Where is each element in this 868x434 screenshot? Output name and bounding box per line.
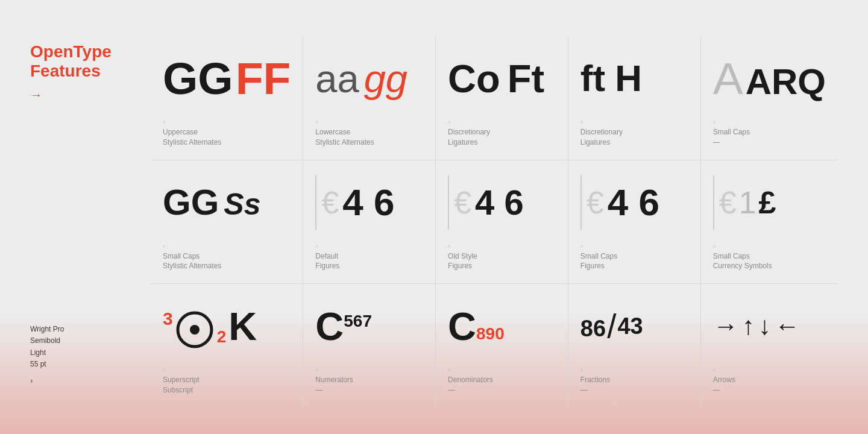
label-denominators: Denominators— bbox=[448, 375, 556, 395]
arrow-left-sym: ← bbox=[775, 313, 800, 339]
sc-fig-display: € 4 6 bbox=[580, 175, 659, 230]
cell-sc-currency: € 1 £ ^ Small CapsCurrency Symbols bbox=[700, 160, 838, 284]
c-denom-text: C bbox=[448, 307, 476, 346]
co-text: Co bbox=[448, 59, 500, 98]
cell-display-gg-ss: GG Ss bbox=[163, 166, 291, 239]
cell-label-1-3: ^ DiscretionaryLigatures bbox=[448, 119, 556, 148]
cell-label-3-5: ^ Arrows— bbox=[713, 367, 826, 395]
main-grid: GG FF ^ UppercaseStylistic Alternates aa… bbox=[151, 36, 838, 398]
cell-label-3-2: ^ Numerators— bbox=[315, 367, 423, 395]
page-title: OpenTypeFeatures bbox=[30, 42, 151, 81]
cell-display-frac: 86 / 43 bbox=[580, 290, 688, 362]
ft2-text: ft bbox=[580, 60, 605, 97]
cell-label-2-5: ^ Small CapsCurrency Symbols bbox=[713, 244, 826, 272]
caret-icon: ^ bbox=[163, 244, 291, 250]
gg2-text: gg bbox=[364, 59, 407, 98]
cell-label-2-3: ^ Old StyleFigures bbox=[448, 244, 556, 272]
gg-ff-display: GG FF bbox=[163, 56, 291, 101]
sidebar: OpenTypeFeatures → Wright Pro Semibold L… bbox=[30, 36, 151, 398]
caret-icon: ^ bbox=[163, 119, 291, 126]
arrows-display: → ↑ ↓ ← bbox=[713, 313, 800, 339]
cell-label-1-4: ^ DiscretionaryLigatures bbox=[580, 119, 688, 148]
gg-text: GG bbox=[163, 56, 233, 101]
cell-display-denom: C 890 bbox=[448, 290, 556, 362]
cell-disc-lig-1: Co Ft ^ DiscretionaryLigatures bbox=[435, 36, 568, 160]
gg-ss-display: GG Ss bbox=[163, 184, 261, 221]
sub-2-text: 2 bbox=[217, 327, 227, 347]
arq-text: ARQ bbox=[746, 64, 826, 100]
sup-display: 3 2 K bbox=[163, 304, 257, 349]
cell-smallcaps-stylistic: GG Ss ^ Small CapsStylistic Alternates bbox=[151, 160, 303, 284]
cell-label-1-1: ^ UppercaseStylistic Alternates bbox=[163, 119, 291, 148]
label-sc-figures: Small CapsFigures bbox=[580, 251, 688, 272]
aa-text: aa bbox=[315, 59, 359, 98]
label-numerators: Numerators— bbox=[315, 375, 423, 395]
old-fig-display: € 4 6 bbox=[448, 175, 524, 230]
ss-text: Ss bbox=[224, 189, 260, 219]
sc-fig-46: 4 6 bbox=[608, 184, 659, 221]
cell-display-default-fig: € 4 6 bbox=[315, 166, 423, 239]
co-ft-display: Co Ft bbox=[448, 59, 544, 98]
frac-display: 86 / 43 bbox=[580, 310, 643, 343]
curr-syms-display: € 1 £ bbox=[713, 175, 776, 230]
label-sc-currency: Small CapsCurrency Symbols bbox=[713, 251, 826, 272]
frac-slash-text: / bbox=[607, 310, 616, 343]
caret-icon: ^ bbox=[448, 244, 556, 250]
cell-arrows: → ↑ ↓ ← ^ Arrows— bbox=[700, 283, 838, 407]
cell-display-arrows: → ↑ ↓ ← bbox=[713, 290, 826, 362]
cell-lowercase-stylistic: aa gg ^ LowercaseStylistic Alternates bbox=[303, 36, 435, 160]
arrow-right-sym: → bbox=[713, 313, 738, 339]
sidebar-top: OpenTypeFeatures → bbox=[30, 42, 151, 102]
label-uppercase: UppercaseStylistic Alternates bbox=[163, 127, 291, 148]
sup-567-text: 567 bbox=[344, 312, 372, 331]
cell-default-figures: € 4 6 ^ DefaultFigures bbox=[303, 160, 435, 284]
fig-46: 4 6 bbox=[342, 184, 394, 221]
frac-86-text: 86 bbox=[580, 316, 606, 342]
cell-numerators: C 567 ^ Numerators— bbox=[303, 283, 435, 407]
cell-label-2-2: ^ DefaultFigures bbox=[315, 244, 423, 272]
label-arrows: Arrows— bbox=[713, 375, 826, 395]
circle-o-icon bbox=[175, 307, 215, 349]
cell-display-sc-fig: € 4 6 bbox=[580, 166, 688, 239]
euro-symbol: € bbox=[321, 184, 339, 221]
h-text: H bbox=[615, 60, 642, 97]
caret-icon: ^ bbox=[315, 367, 423, 374]
cell-display-num: C 567 bbox=[315, 290, 423, 362]
cell-display-co-ft: Co Ft bbox=[448, 42, 556, 115]
label-old-style: Old StyleFigures bbox=[448, 251, 556, 272]
svg-point-1 bbox=[190, 325, 200, 335]
caret-icon: ^ bbox=[163, 367, 291, 374]
cell-label-2-1: ^ Small CapsStylistic Alternates bbox=[163, 244, 291, 272]
cell-fractions: 86 / 43 ^ Fractions— bbox=[568, 283, 700, 407]
cell-display-old-fig: € 4 6 bbox=[448, 166, 556, 239]
label-default-fig: DefaultFigures bbox=[315, 251, 423, 272]
cell-denominators: C 890 ^ Denominators— bbox=[435, 283, 568, 407]
caret-icon: ^ bbox=[580, 119, 688, 126]
caret-icon: ^ bbox=[713, 367, 826, 374]
font-info: Wright Pro Semibold Light 55 pt bbox=[30, 324, 151, 370]
caret-icon: ^ bbox=[713, 244, 826, 250]
sub-890-text: 890 bbox=[476, 324, 505, 344]
caret-icon: ^ bbox=[315, 244, 423, 250]
caret-icon: ^ bbox=[713, 119, 826, 126]
cell-label-2-4: ^ Small CapsFigures bbox=[580, 244, 688, 272]
cell-disc-lig-2: ft H ^ DiscretionaryLigatures bbox=[568, 36, 700, 160]
label-lowercase: LowercaseStylistic Alternates bbox=[315, 127, 423, 148]
gg3-text: GG bbox=[163, 184, 219, 221]
cell-small-caps: A ARQ ^ Small Caps— bbox=[700, 36, 838, 160]
caret-icon: ^ bbox=[448, 119, 556, 126]
cell-display-aa-gg: aa gg bbox=[315, 42, 423, 115]
label-disc-lig-2: DiscretionaryLigatures bbox=[580, 127, 688, 148]
caret-icon: ^ bbox=[580, 244, 688, 250]
nav-arrow-icon[interactable]: › bbox=[30, 376, 33, 385]
cell-display-gg-ff: GG FF bbox=[163, 42, 291, 115]
arrow-right-icon[interactable]: → bbox=[30, 88, 42, 102]
default-fig-display: € 4 6 bbox=[315, 175, 394, 230]
cell-uppercase-stylistic: GG FF ^ UppercaseStylistic Alternates bbox=[151, 36, 303, 160]
cell-old-style-figures: € 4 6 ^ Old StyleFigures bbox=[435, 160, 568, 284]
cell-label-3-4: ^ Fractions— bbox=[580, 367, 688, 395]
cell-display-ft-h: ft H bbox=[580, 42, 688, 115]
a-large-text: A bbox=[713, 56, 743, 101]
num-display: C 567 bbox=[315, 307, 372, 346]
sidebar-bottom: Wright Pro Semibold Light 55 pt › bbox=[30, 324, 151, 398]
